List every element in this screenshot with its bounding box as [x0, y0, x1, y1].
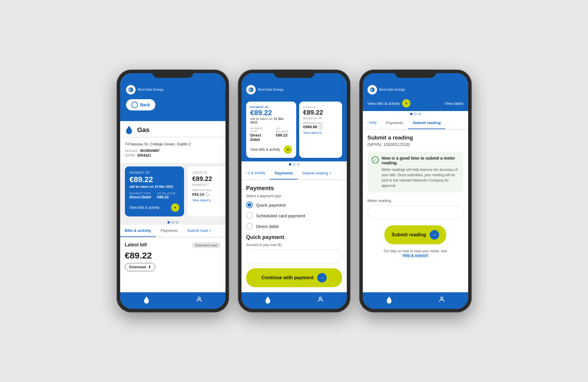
nav-flame-icon-3[interactable]	[386, 296, 393, 304]
dot-3-inactive-2[interactable]	[418, 113, 421, 115]
back-button[interactable]: ← Back	[126, 99, 155, 110]
latest-date-1: issued on 2	[192, 183, 225, 186]
tab-submit-1[interactable]: Submit read >	[182, 225, 216, 237]
submit-arrow-icon: →	[430, 230, 439, 240]
radio-scheduled-icon	[246, 212, 253, 219]
brand-logo-1: Bord Gáis Energy	[126, 85, 220, 94]
p2-taken-on: will be taken on 10 Mar 2022	[250, 117, 292, 124]
quick-payment-title: Quick payment	[246, 234, 342, 240]
dot-2-inactive[interactable]	[293, 163, 295, 166]
nav-person-icon-1[interactable]	[196, 296, 203, 304]
screen-1: Bord Gáis Energy ← Back Gas 74 Nassau St…	[120, 73, 225, 309]
amount-input[interactable]	[246, 249, 342, 264]
dot-3-active[interactable]	[410, 113, 413, 115]
meter-input[interactable]	[368, 205, 463, 219]
dot-1-inactive-2[interactable]	[176, 221, 178, 224]
tabs-row-1: Bills & activity Payments Submit read >	[120, 225, 225, 237]
tabs-row-2: ‹ s & activity Payments Submit reading >	[241, 167, 347, 180]
dot-2-inactive-2[interactable]	[297, 163, 299, 166]
nav-flame-icon-2[interactable]	[264, 296, 271, 304]
phones-container: Bord Gáis Energy ← Back Gas 74 Nassau St…	[117, 70, 472, 312]
p3-view-bills[interactable]: View bills & activity ▾	[368, 99, 411, 107]
info-desc: Meter readings will help improve the acc…	[382, 167, 459, 188]
info-box-text: Now is a good time to submit a meter rea…	[382, 156, 459, 188]
latest-card-1: LATEST B €89.22 issued on 2 PREVIOUS BIL…	[188, 166, 225, 216]
address-text: 74 Nassau St, College Green, Dublin 2	[125, 142, 221, 146]
payment-of-label-1: PAYMENT OF	[130, 171, 179, 174]
p2-view-latest[interactable]: View latest b	[303, 131, 338, 134]
info-icon-2[interactable]: i	[318, 125, 323, 129]
svg-point-7	[372, 89, 373, 90]
view-bills-row-1[interactable]: View bills & activity ▾	[130, 203, 179, 212]
phone-2: Bord Gáis Energy PAYMENT OF €89.22 will …	[238, 70, 350, 312]
continue-arrow-icon: →	[317, 273, 327, 283]
p2-payment-of-label: PAYMENT OF	[250, 106, 292, 109]
dot-2-active[interactable]	[289, 163, 291, 166]
gprn-label: GPRN	[125, 153, 135, 158]
p2-cards-row: PAYMENT OF €89.22 will be taken on 10 Ma…	[241, 102, 347, 161]
p2-payment-amount: €89.22	[250, 109, 292, 117]
radio-label-dd: Direct debit	[256, 224, 279, 229]
tab-submit-2[interactable]: Submit reading >	[298, 167, 336, 179]
radio-scheduled[interactable]: Scheduled card payment	[246, 212, 342, 219]
continue-payment-button[interactable]: Continue with payment →	[246, 268, 342, 287]
tab-payments-3[interactable]: Payments	[381, 117, 408, 129]
gprn-number: 0054321	[137, 153, 151, 158]
p3-view-latest[interactable]: View latest	[445, 101, 463, 106]
bottom-nav-3	[363, 292, 468, 309]
radio-direct-debit[interactable]: Direct debit	[246, 223, 342, 229]
prev-bill-amount-1: €93.14 i	[192, 192, 225, 197]
account-row: Account 4610644987	[125, 149, 221, 153]
info-icon-1[interactable]: i	[205, 192, 209, 197]
bottom-nav-1	[120, 292, 225, 309]
tab-bills-activity[interactable]: Bills & activity	[120, 225, 156, 237]
phone2-header: Bord Gáis Energy PAYMENT OF €89.22 will …	[241, 73, 347, 161]
bord-gais-logo-icon-2	[246, 85, 256, 94]
nav-person-icon-3[interactable]	[438, 296, 445, 304]
dot-3-inactive[interactable]	[414, 113, 417, 115]
p2-view-bills[interactable]: View bills & activity ▾	[250, 145, 292, 154]
yellow-dropdown-btn-1[interactable]: ▾	[171, 203, 179, 212]
radio-dd-icon	[246, 223, 253, 229]
p2-latest-issued: issued on 24	[303, 116, 338, 120]
radio-quick-payment[interactable]: Quick payment	[246, 202, 342, 208]
phone3-header: Bord Gáis Energy View bills & activity ▾…	[363, 73, 468, 111]
dot-1-inactive[interactable]	[172, 221, 174, 224]
yellow-btn-2[interactable]: ▾	[284, 145, 292, 154]
p2-meta-row: PAYMENT TYPE Direct Debit A/C BALANCE €8…	[250, 127, 292, 142]
radio-label-scheduled: Scheduled card payment	[256, 213, 305, 218]
payment-amount-1: €89.22	[130, 175, 179, 184]
tab-payments-2[interactable]: Payments	[270, 167, 297, 179]
bottom-nav-2	[241, 292, 347, 309]
p2-left-card: PAYMENT OF €89.22 will be taken on 10 Ma…	[246, 102, 296, 158]
bord-gais-logo-icon	[126, 85, 136, 94]
view-latest-text-1[interactable]: View latest b	[192, 198, 225, 202]
help-text: For help on how to read your meter, visi…	[368, 249, 463, 257]
prev-bill-label-1: PREVIOUS BILL	[192, 189, 225, 192]
yellow-btn-3[interactable]: ▾	[402, 99, 410, 107]
submit-reading-content: Submit a reading (MPRN: 10000512528) ✓ N…	[363, 130, 468, 292]
svg-point-1	[130, 89, 131, 90]
p2-payment-type: PAYMENT TYPE Direct Debit	[250, 127, 270, 142]
p3-header-row: View bills & activity ▾ View latest	[368, 99, 463, 107]
dots-row-2	[241, 161, 347, 167]
nav-person-icon-2[interactable]	[317, 296, 324, 304]
tabs-row-3: ‹ tivity Payments Submit reading	[363, 117, 468, 130]
nav-flame-icon-1[interactable]	[143, 296, 150, 304]
p2-prev-amount: €999.99 i	[303, 125, 338, 129]
tab-submit-3[interactable]: Submit reading	[408, 117, 446, 129]
help-support-link[interactable]: Help & support	[403, 253, 428, 257]
account-info-section: 74 Nassau St, College Green, Dublin 2 Ac…	[120, 138, 225, 163]
gas-drop-icon	[125, 125, 134, 135]
latest-bill-title: Latest bill	[125, 242, 147, 248]
gas-title-row: Gas	[120, 121, 225, 137]
gprn-row: GPRN 0054321	[125, 153, 221, 158]
tab-bills-3[interactable]: ‹ tivity	[363, 117, 381, 129]
p2-latest-label: LATEST B	[303, 106, 338, 109]
tab-payments-1[interactable]: Payments	[156, 225, 182, 237]
brand-logo-3: Bord Gáis Energy	[368, 85, 463, 94]
download-button[interactable]: Download ⬇	[125, 263, 155, 271]
submit-reading-button[interactable]: Submit reading →	[384, 225, 446, 244]
tab-bills-2[interactable]: ‹ s & activity	[241, 167, 270, 179]
dot-1-active[interactable]	[167, 221, 170, 224]
